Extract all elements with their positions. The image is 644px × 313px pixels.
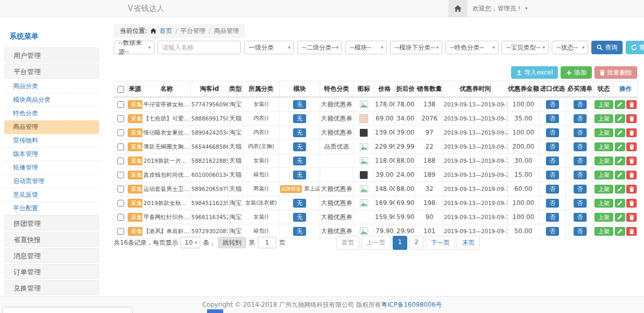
page-button-2[interactable]: 1 — [393, 236, 407, 250]
edit-button[interactable] — [615, 142, 625, 151]
filter-select-module[interactable]: --模块--▾ — [345, 41, 387, 54]
sidebar-item-product-management[interactable]: 商品管理 — [4, 121, 99, 134]
sidebar-item-platform-management[interactable]: 平台管理 — [4, 64, 99, 79]
row-checkbox[interactable] — [117, 228, 124, 235]
sidebar-item-feedback[interactable]: 意见反馈 — [4, 188, 99, 202]
must-buy-toggle[interactable]: 否 — [574, 171, 587, 179]
must-buy-toggle[interactable]: 否 — [574, 227, 587, 236]
must-buy-toggle[interactable]: 否 — [574, 199, 587, 208]
import-toggle[interactable]: 否 — [546, 199, 559, 208]
add-button[interactable]: + 添加 — [561, 66, 592, 79]
must-buy-toggle[interactable]: 否 — [574, 142, 587, 151]
sidebar-item-promo-materials[interactable]: 宣传物料 — [4, 134, 99, 148]
import-toggle[interactable]: 否 — [546, 100, 559, 109]
must-buy-toggle[interactable]: 否 — [574, 185, 587, 194]
import-toggle[interactable]: 否 — [546, 185, 559, 194]
icp-link[interactable]: 粤ICP备16098006号 — [381, 301, 442, 308]
per-page-select[interactable]: 10 ▾ — [180, 237, 200, 248]
import-toggle[interactable]: 否 — [546, 213, 559, 222]
sidebar-item-module-product-category[interactable]: 模块商品分类 — [4, 93, 99, 107]
edit-button[interactable] — [615, 185, 625, 194]
row-checkbox[interactable] — [117, 129, 124, 136]
row-checkbox[interactable] — [117, 186, 124, 192]
filter-select-item-type[interactable]: --宝贝类型--▾ — [502, 41, 549, 54]
page-button-5[interactable]: 末页 — [457, 236, 480, 250]
sidebar-item-express-news[interactable]: 省直快报 — [4, 232, 99, 247]
row-checkbox[interactable] — [117, 158, 124, 164]
sidebar-item-splash-management[interactable]: 启动页管理 — [4, 175, 99, 188]
status-badge[interactable]: 上架 — [594, 199, 613, 208]
edit-button[interactable] — [615, 156, 625, 165]
row-checkbox[interactable] — [117, 115, 124, 122]
filter-select-status[interactable]: --状态--▾ — [552, 41, 588, 54]
page-button-4[interactable]: 下一页 — [426, 236, 455, 250]
import-toggle[interactable]: 否 — [546, 114, 559, 123]
jump-page-input[interactable] — [258, 237, 276, 248]
delete-button[interactable] — [626, 156, 637, 165]
select-all-checkbox[interactable] — [117, 86, 124, 93]
user-menu[interactable]: 欢迎您，管理员！ ▾ — [472, 0, 528, 17]
delete-button[interactable] — [626, 142, 637, 151]
import-toggle[interactable]: 否 — [546, 128, 559, 137]
filter-select-data-source[interactable]: --数据来源--▾ — [114, 41, 154, 54]
sidebar-item-platform-config[interactable]: 平台配置 — [4, 202, 99, 215]
must-buy-toggle[interactable]: 否 — [574, 128, 587, 137]
delete-button[interactable] — [626, 227, 637, 236]
must-buy-toggle[interactable]: 否 — [574, 213, 587, 222]
delete-button[interactable] — [626, 213, 637, 222]
sidebar-item-carousel-management[interactable]: 轮播管理 — [4, 161, 99, 175]
bulk-delete-button[interactable]: 批量删除 — [594, 66, 637, 79]
import-excel-button[interactable]: 导入excel — [511, 66, 558, 79]
row-checkbox[interactable] — [117, 172, 124, 178]
filter-select-first-category[interactable]: 一级分类▾ — [244, 41, 294, 54]
reset-button[interactable]: 重置 — [626, 41, 644, 54]
filter-select-second-category[interactable]: --二级分类--▾ — [297, 41, 342, 54]
delete-button[interactable] — [626, 199, 637, 208]
status-badge[interactable]: 上架 — [594, 171, 613, 179]
must-buy-toggle[interactable]: 否 — [574, 100, 587, 109]
search-button[interactable]: 查询 — [591, 41, 623, 54]
sidebar-item-order-management[interactable]: 订单管理 — [4, 264, 99, 279]
status-badge[interactable]: 上架 — [594, 156, 613, 165]
sidebar-item-user-management[interactable]: 用户管理 — [4, 47, 99, 63]
jump-button[interactable]: 跳转到 — [218, 237, 246, 248]
import-toggle[interactable]: 否 — [546, 227, 559, 236]
status-badge[interactable]: 上架 — [594, 213, 613, 222]
edit-button[interactable] — [615, 100, 625, 109]
must-buy-toggle[interactable]: 否 — [574, 156, 587, 165]
sidebar-item-exchange-management[interactable]: 兑换管理 — [4, 280, 99, 295]
breadcrumb-home-link[interactable]: 首页 — [160, 27, 172, 35]
page-button-1[interactable]: 上一页 — [361, 236, 391, 250]
edit-button[interactable] — [615, 128, 625, 137]
status-badge[interactable]: 上架 — [594, 227, 613, 236]
status-badge[interactable]: 上架 — [594, 114, 613, 123]
edit-button[interactable] — [615, 114, 625, 123]
sidebar-item-version-management[interactable]: 版本管理 — [4, 148, 99, 161]
status-badge[interactable]: 上架 — [594, 100, 613, 109]
delete-button[interactable] — [626, 128, 637, 137]
name-search-input[interactable] — [157, 41, 241, 54]
edit-button[interactable] — [615, 171, 625, 179]
row-checkbox[interactable] — [117, 101, 124, 108]
row-checkbox[interactable] — [117, 214, 124, 221]
delete-button[interactable] — [626, 114, 637, 123]
delete-button[interactable] — [626, 171, 637, 179]
import-toggle[interactable]: 否 — [546, 142, 559, 151]
edit-button[interactable] — [615, 213, 625, 222]
sidebar-item-product-category[interactable]: 商品分类 — [4, 80, 99, 93]
status-badge[interactable]: 上架 — [594, 185, 613, 194]
status-badge[interactable]: 上架 — [594, 128, 613, 137]
sidebar-item-message-management[interactable]: 消息管理 — [4, 248, 99, 263]
delete-button[interactable] — [626, 185, 637, 194]
must-buy-toggle[interactable]: 否 — [574, 114, 587, 123]
sidebar-item-featured-category[interactable]: 特色分类 — [4, 107, 99, 121]
import-toggle[interactable]: 否 — [546, 156, 559, 165]
home-button[interactable] — [448, 0, 467, 17]
row-checkbox[interactable] — [117, 200, 124, 207]
row-checkbox[interactable] — [117, 143, 124, 150]
edit-button[interactable] — [615, 199, 625, 208]
delete-button[interactable] — [626, 100, 637, 109]
filter-select-module-subcategory[interactable]: --模块下分类--▾ — [390, 41, 442, 54]
sidebar-item-group-buy-management[interactable]: 拼团管理 — [4, 215, 99, 231]
page-button-3[interactable]: 2 — [409, 236, 424, 250]
